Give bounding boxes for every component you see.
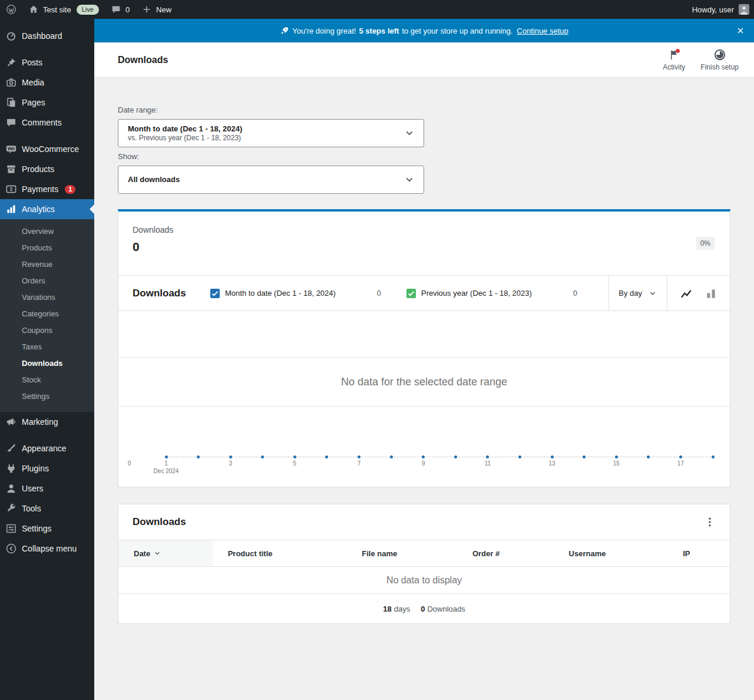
interval-select[interactable]: By day: [609, 276, 667, 311]
continue-setup-link[interactable]: Continue setup: [517, 27, 568, 35]
rocket-icon: [280, 26, 289, 35]
summary-delta-badge: 0%: [696, 237, 715, 250]
media-icon: [5, 77, 17, 88]
legend-series-1[interactable]: Month to date (Dec 1 - 18, 2024)0: [199, 276, 395, 311]
footer-downloads-label: Downloads: [427, 605, 465, 613]
sidebar-item-posts[interactable]: Posts: [0, 52, 94, 72]
sidebar-item-tools[interactable]: Tools: [0, 498, 94, 519]
submenu-item-orders[interactable]: Orders: [0, 273, 94, 289]
x-axis-tick-label: 9: [422, 460, 425, 467]
sidebar-item-label: Tools: [22, 504, 41, 513]
column-header-file-name[interactable]: File name: [346, 540, 457, 566]
admin-bar: Test site Live 0 New Howdy, user: [0, 0, 754, 19]
submenu-item-revenue[interactable]: Revenue: [0, 256, 94, 273]
submenu-item-coupons[interactable]: Coupons: [0, 322, 94, 339]
site-name: Test site: [43, 5, 71, 14]
column-header-label: Order #: [472, 549, 500, 558]
chart-header: Downloads Month to date (Dec 1 - 18, 202…: [118, 276, 730, 311]
summary-tile-downloads[interactable]: Downloads 0 0%: [118, 212, 730, 276]
menu-separator: [0, 46, 94, 52]
x-axis-tick-label: 17: [677, 460, 684, 467]
sidebar-item-users[interactable]: Users: [0, 478, 94, 498]
chart-data-point: [229, 455, 232, 458]
table-card-header: Downloads: [118, 504, 730, 540]
column-header-username[interactable]: Username: [554, 540, 668, 566]
sidebar-item-appearance[interactable]: Appearance: [0, 438, 94, 458]
admin-sidebar: DashboardPostsMediaPagesCommentsWooComme…: [0, 19, 94, 700]
table-footer: 18 days 0 Downloads: [118, 594, 730, 623]
activity-label: Activity: [663, 63, 685, 71]
sidebar-item-plugins[interactable]: Plugins: [0, 458, 94, 478]
submenu-item-settings[interactable]: Settings: [0, 388, 94, 405]
summary-value: 0: [133, 240, 715, 254]
sidebar-item-marketing[interactable]: Marketing: [0, 412, 94, 432]
chart-data-point: [454, 455, 457, 458]
column-header-ip[interactable]: IP: [667, 540, 730, 566]
sidebar-item-comments[interactable]: Comments: [0, 113, 94, 133]
submenu-item-overview[interactable]: Overview: [0, 223, 94, 240]
checkbox-checked-icon[interactable]: [210, 289, 220, 298]
sidebar-item-woocommerce[interactable]: WooCommerce: [0, 139, 94, 159]
footer-downloads-value: 0: [421, 605, 425, 613]
appearance-icon: [5, 443, 17, 454]
legend-series-label: Previous year (Dec 1 - 18, 2023): [421, 289, 532, 298]
date-range-select[interactable]: Month to date (Dec 1 - 18, 2024) vs. Pre…: [118, 119, 424, 147]
dashboard-icon: [5, 30, 17, 42]
wordpress-menu-button[interactable]: [0, 0, 22, 19]
legend-series-2[interactable]: Previous year (Dec 1 - 18, 2023)0: [395, 276, 591, 311]
sidebar-item-dashboard[interactable]: Dashboard: [0, 26, 94, 46]
x-axis-tick-label: 11: [485, 460, 491, 467]
submenu-item-variations[interactable]: Variations: [0, 289, 94, 306]
sidebar-item-media[interactable]: Media: [0, 72, 94, 93]
column-header-order[interactable]: Order #: [457, 540, 554, 566]
products-icon: [5, 163, 17, 175]
sidebar-item-label: Marketing: [22, 417, 58, 427]
settings-icon: [5, 523, 17, 534]
legend-series-label: Month to date (Dec 1 - 18, 2024): [225, 289, 336, 298]
ellipsis-menu-button[interactable]: [698, 510, 722, 534]
close-banner-icon[interactable]: [735, 25, 746, 36]
collapse-icon: [5, 543, 17, 554]
footer-days-label: days: [394, 605, 410, 613]
sidebar-item-payments[interactable]: $Payments1: [0, 179, 94, 199]
my-account-link[interactable]: Howdy, user: [686, 0, 754, 19]
sidebar-item-settings[interactable]: Settings: [0, 519, 94, 539]
sidebar-item-products[interactable]: Products: [0, 159, 94, 179]
chart-type-toggle: [667, 276, 730, 311]
sidebar-item-label: Analytics: [22, 204, 55, 214]
legend-series-left: Month to date (Dec 1 - 18, 2024): [210, 289, 336, 298]
submenu-item-products[interactable]: Products: [0, 240, 94, 256]
sidebar-item-analytics[interactable]: Analytics: [0, 199, 94, 219]
bar-chart-button[interactable]: [700, 283, 722, 304]
sidebar-item-label: Payments: [22, 184, 58, 194]
submenu-item-categories[interactable]: Categories: [0, 306, 94, 322]
comments-link[interactable]: 0: [105, 0, 135, 19]
interval-value: By day: [619, 289, 642, 298]
column-header-date[interactable]: Date: [118, 540, 213, 566]
checkbox-checked-icon[interactable]: [406, 289, 416, 298]
chevron-down-icon: [404, 127, 415, 139]
new-content-button[interactable]: New: [135, 0, 177, 19]
submenu-item-taxes[interactable]: Taxes: [0, 339, 94, 355]
comment-bubble-icon: [111, 4, 121, 15]
sidebar-item-collapse-menu[interactable]: Collapse menu: [0, 539, 94, 559]
plugins-icon: [5, 463, 17, 474]
show-select[interactable]: All downloads: [118, 166, 424, 194]
activity-button[interactable]: Activity: [663, 48, 685, 71]
sidebar-menu: DashboardPostsMediaPagesCommentsWooComme…: [0, 19, 94, 559]
chart-legend: Month to date (Dec 1 - 18, 2024)0Previou…: [199, 276, 609, 311]
sidebar-item-pages[interactable]: Pages: [0, 93, 94, 113]
finish-setup-button[interactable]: Finish setup: [700, 48, 739, 71]
finish-setup-label: Finish setup: [700, 63, 739, 71]
chart-data-point: [679, 455, 682, 458]
submenu-item-stock[interactable]: Stock: [0, 372, 94, 388]
submenu-item-downloads[interactable]: Downloads: [0, 355, 94, 372]
sidebar-item-label: Collapse menu: [22, 544, 77, 553]
table-title: Downloads: [133, 516, 186, 528]
flag-icon: [667, 48, 680, 61]
site-name-link[interactable]: Test site Live: [22, 0, 105, 19]
header-actions: Activity Finish setup: [663, 48, 739, 71]
column-header-product-title[interactable]: Product title: [213, 540, 347, 566]
analytics-card: Downloads 0 0% Downloads Month to date (…: [118, 209, 730, 487]
line-chart-button[interactable]: [676, 283, 697, 304]
